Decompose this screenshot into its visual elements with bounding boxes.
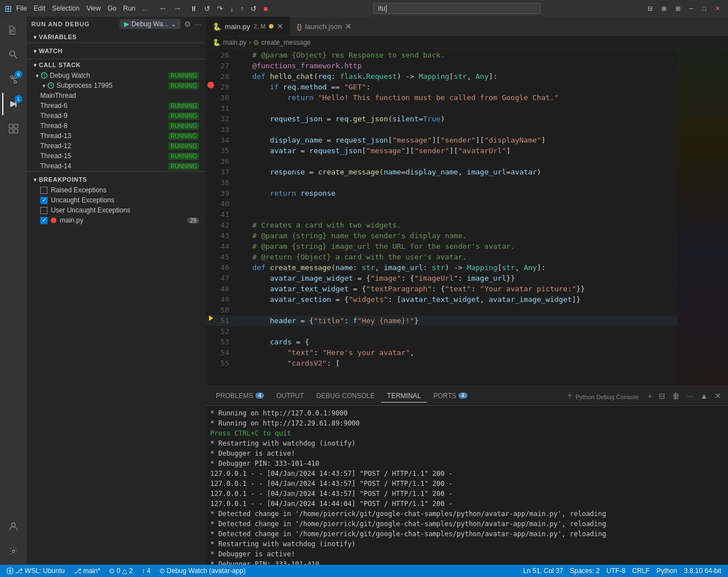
window-close[interactable]: ✕ — [712, 4, 724, 13]
status-sync[interactable]: ↕ 4 — [139, 567, 153, 575]
thread-15[interactable]: Thread-15 RUNNING — [27, 151, 206, 161]
status-errors[interactable]: ⊙ 0 △ 2 — [107, 567, 135, 575]
tab-problems[interactable]: PROBLEMS 4 — [210, 390, 270, 403]
minimap-content — [678, 49, 728, 386]
code-line-30: 30 return "Hello! This function must be … — [206, 92, 678, 103]
sidebar: RUN AND DEBUG ▶ Debug Wa... ⌄ ⚙ ··· ▾ VA… — [27, 17, 206, 565]
status-debug-watch[interactable]: ⊙ Debug Watch (avatar-app) — [157, 567, 248, 575]
status-position[interactable]: Ln 51, Col 37 — [521, 567, 565, 575]
close-panel-button[interactable]: ✕ — [712, 390, 724, 401]
menu-selection[interactable]: Selection — [52, 4, 79, 12]
tab-terminal[interactable]: TERMINAL — [381, 390, 427, 403]
breadcrumb-function[interactable]: create_message — [261, 39, 311, 46]
maximize-panel-button[interactable]: ▲ — [698, 390, 710, 401]
window-maximize[interactable]: □ — [699, 4, 710, 13]
activity-extensions[interactable] — [2, 117, 25, 140]
thread8-status: RUNNING — [168, 122, 199, 130]
bp-user-uncaught-exceptions[interactable]: User Uncaught Exceptions — [27, 205, 206, 215]
breadcrumb-file[interactable]: main.py — [223, 39, 247, 46]
thread-8[interactable]: Thread-8 RUNNING — [27, 121, 206, 131]
thread-mainthread[interactable]: MainThread — [27, 91, 206, 101]
mainpy-checkbox[interactable]: ✓ — [40, 217, 48, 224]
activity-accounts[interactable] — [2, 515, 25, 538]
split-terminal-button[interactable]: ⊟ — [656, 390, 668, 401]
watch-section: ▾ WATCH — [27, 42, 206, 59]
window-split[interactable]: ⊟ — [644, 4, 656, 13]
forward-button[interactable]: → — [171, 3, 183, 14]
uncaught-exceptions-checkbox[interactable]: ✓ — [40, 197, 48, 204]
menu-file[interactable]: File — [16, 4, 27, 12]
menu-go[interactable]: Go — [107, 4, 116, 12]
line-number: 54 — [216, 347, 235, 358]
debug-step-out[interactable]: ↑ — [238, 3, 247, 14]
tab-ports[interactable]: PORTS 4 — [428, 390, 473, 403]
more-actions-button[interactable]: ··· — [684, 390, 696, 401]
tab-launch-json[interactable]: {} launch.json ✕ — [290, 17, 358, 36]
trash-icon[interactable]: 🗑 — [670, 390, 682, 401]
terminal-content[interactable]: * Running on http://127.0.0.1:9000 * Run… — [206, 406, 728, 565]
bp-uncaught-exceptions[interactable]: ✓ Uncaught Exceptions — [27, 195, 206, 205]
thread-9[interactable]: Thread-9 RUNNING — [27, 111, 206, 121]
activity-run-debug[interactable]: 1 — [2, 93, 25, 115]
tab-main-py[interactable]: 🐍 main.py 2, M ✕ — [206, 17, 290, 36]
debug-step-over[interactable]: ↷ — [215, 3, 225, 14]
menu-edit[interactable]: Edit — [34, 4, 45, 12]
activity-source-control[interactable]: 6 — [2, 68, 25, 91]
bp-raised-exceptions[interactable]: Raised Exceptions — [27, 185, 206, 195]
menu-view[interactable]: View — [86, 4, 101, 12]
gear-icon[interactable]: ⚙ — [184, 20, 191, 29]
tab-output[interactable]: OUTPUT — [271, 390, 309, 403]
status-encoding[interactable]: UTF-8 — [604, 567, 628, 575]
thread-12[interactable]: Thread-12 RUNNING — [27, 141, 206, 151]
status-wsl[interactable]: ⎇ WSL: Ubuntu — [4, 567, 67, 575]
activity-settings[interactable] — [2, 540, 25, 562]
tab-close-icon[interactable]: ✕ — [277, 22, 283, 31]
back-button[interactable]: ← — [157, 3, 169, 14]
user-uncaught-exceptions-checkbox[interactable] — [40, 207, 48, 214]
debug-step-into[interactable]: ↓ — [228, 3, 236, 14]
status-eol[interactable]: CRLF — [630, 567, 652, 575]
raised-exceptions-checkbox[interactable] — [40, 187, 48, 194]
menu-run[interactable]: Run — [123, 4, 135, 12]
debug-console-selector: Python Debug Console — [575, 394, 639, 400]
tab-launch-close-icon[interactable]: ✕ — [345, 22, 352, 31]
window-grid[interactable]: ⊞ — [672, 4, 684, 13]
svg-point-17 — [12, 550, 15, 553]
status-language[interactable]: Python — [654, 567, 679, 575]
tab-debug-console[interactable]: DEBUG CONSOLE — [311, 390, 381, 403]
thread13-status: RUNNING — [168, 133, 199, 140]
terminal-line-11: * Detected change in '/home/pierrick/git… — [210, 509, 724, 519]
status-spaces[interactable]: Spaces: 2 — [568, 567, 602, 575]
debug-restart[interactable]: ↺ — [202, 3, 212, 14]
activity-explorer[interactable] — [2, 19, 25, 41]
bp-main-py[interactable]: ✓ main.py 29 — [27, 215, 206, 225]
add-terminal-button[interactable]: + — [645, 390, 654, 401]
activity-search[interactable] — [2, 44, 25, 66]
status-branch[interactable]: ⎇ main* — [72, 567, 103, 575]
callstack-group-debug-watch[interactable]: ▾ Debug Watch RUNNING — [27, 70, 206, 81]
code-text: def hello_chat(req: flask.Request) -> Ma… — [235, 71, 498, 82]
debug-stop[interactable]: ■ — [261, 3, 270, 14]
thread-14[interactable]: Thread-14 RUNNING — [27, 161, 206, 171]
debug-continue[interactable]: ↺ — [248, 3, 259, 14]
menu-more[interactable]: ... — [142, 4, 148, 12]
code-text: if req.method == "GET": — [235, 82, 371, 92]
callstack-subprocess[interactable]: ▾ Subprocess 17995 RUNNING — [27, 81, 206, 91]
thread-13[interactable]: Thread-13 RUNNING — [27, 131, 206, 141]
code-text: "cardsV2": [ — [235, 358, 340, 368]
callstack-section-header[interactable]: ▾ CALL STACK — [27, 59, 206, 70]
search-input[interactable] — [373, 3, 541, 14]
position-label: Ln 51, Col 37 — [523, 567, 563, 575]
debug-config-button[interactable]: ▶ Debug Wa... ⌄ — [120, 19, 181, 29]
breadcrumb-sep: › — [249, 39, 251, 46]
window-minimize[interactable]: ─ — [686, 4, 697, 13]
watch-section-header[interactable]: ▾ WATCH — [27, 45, 206, 56]
debug-pause[interactable]: ⏸ — [188, 3, 200, 14]
code-editor[interactable]: 26 # @param {Object} res Response to sen… — [206, 49, 678, 386]
window-sidebar[interactable]: ⊞ — [658, 4, 670, 13]
ellipsis-icon[interactable]: ··· — [195, 20, 201, 29]
variables-section-header[interactable]: ▾ VARIABLES — [27, 31, 206, 42]
status-python-version[interactable]: 3.8.10 64-bit — [682, 567, 724, 575]
breakpoints-section-header[interactable]: ▾ BREAKPOINTS — [27, 174, 206, 185]
thread-6[interactable]: Thread-6 RUNNING — [27, 101, 206, 111]
